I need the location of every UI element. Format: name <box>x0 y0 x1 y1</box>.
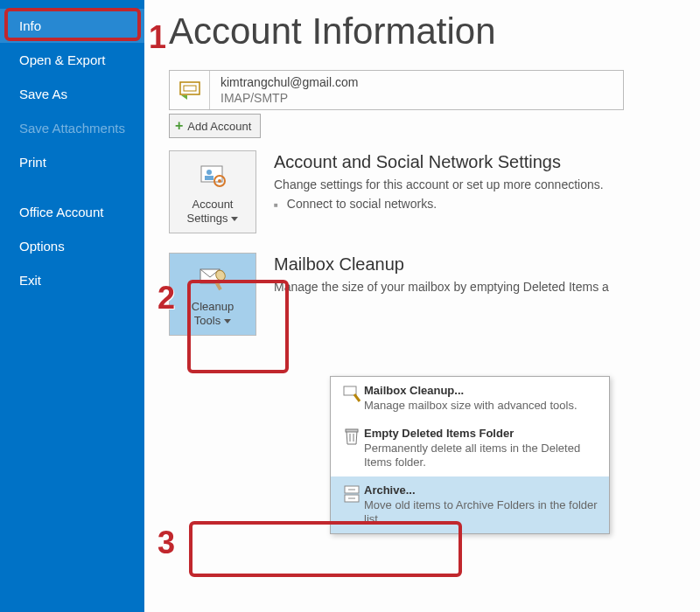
menu-item-desc: Permanently delete all items in the Dele… <box>364 442 600 469</box>
svg-rect-10 <box>344 386 356 395</box>
plus-icon: + <box>175 118 183 134</box>
section-account-settings: Account Settings Account and Social Netw… <box>169 150 700 233</box>
menu-item-desc: Move old items to Archive Folders in the… <box>364 498 600 526</box>
chevron-down-icon <box>231 217 238 221</box>
account-icon <box>170 71 210 109</box>
section-settings-text: Account and Social Network Settings Chan… <box>274 150 604 233</box>
menu-item-title: Empty Deleted Items Folder <box>364 427 600 440</box>
cleanup-tools-button[interactable]: Cleanup Tools <box>169 253 256 336</box>
section-mailbox-cleanup: Cleanup Tools Mailbox Cleanup Manage the… <box>169 253 700 336</box>
account-settings-button[interactable]: Account Settings <box>169 150 256 233</box>
svg-point-3 <box>206 170 212 175</box>
sidebar-item-info[interactable]: Info <box>0 9 144 43</box>
archive-icon <box>340 483 364 526</box>
account-text: kimtrangchul@gmail.com IMAP/SMTP <box>210 71 368 109</box>
sidebar-item-options[interactable]: Options <box>0 229 144 263</box>
menu-item-title: Mailbox Cleanup... <box>364 384 600 397</box>
backstage-sidebar: Info Open & Export Save As Save Attachme… <box>0 0 144 612</box>
section-cleanup-text: Mailbox Cleanup Manage the size of your … <box>274 253 609 336</box>
chevron-down-icon <box>224 319 231 323</box>
sidebar-item-office-account[interactable]: Office Account <box>0 195 144 229</box>
broom-icon <box>340 384 364 413</box>
menu-item-mailbox-cleanup[interactable]: Mailbox Cleanup... Manage mailbox size w… <box>331 377 609 420</box>
page-title: Account Information <box>169 10 700 52</box>
add-account-label: Add Account <box>187 120 251 133</box>
settings-bullet[interactable]: Connect to social networks. <box>274 197 604 211</box>
svg-rect-4 <box>205 176 214 180</box>
account-settings-label: Account Settings <box>187 198 239 226</box>
cleanup-heading: Mailbox Cleanup <box>274 254 609 275</box>
svg-rect-1 <box>184 86 196 91</box>
cleanup-tools-label: Cleanup Tools <box>192 300 234 328</box>
sidebar-item-save-attachments: Save Attachments <box>0 111 144 145</box>
account-settings-icon <box>198 159 228 194</box>
add-account-button[interactable]: + Add Account <box>169 114 261 138</box>
settings-heading: Account and Social Network Settings <box>274 152 604 172</box>
sidebar-item-save-as[interactable]: Save As <box>0 77 144 111</box>
account-selector[interactable]: kimtrangchul@gmail.com IMAP/SMTP <box>169 70 624 110</box>
settings-desc: Change settings for this account or set … <box>274 177 604 191</box>
svg-rect-11 <box>346 429 358 432</box>
sidebar-item-print[interactable]: Print <box>0 145 144 179</box>
trash-icon <box>340 427 364 469</box>
menu-item-desc: Manage mailbox size with advanced tools. <box>364 399 600 413</box>
mailbox-icon <box>178 79 201 101</box>
menu-item-title: Archive... <box>364 483 600 497</box>
main-panel: Account Information kimtrangchul@gmail.c… <box>144 0 700 612</box>
app-root: Info Open & Export Save As Save Attachme… <box>0 0 700 612</box>
sidebar-item-open-export[interactable]: Open & Export <box>0 43 144 77</box>
menu-item-empty-deleted[interactable]: Empty Deleted Items Folder Permanently d… <box>331 420 609 476</box>
account-email: kimtrangchul@gmail.com <box>220 74 358 90</box>
account-protocol: IMAP/SMTP <box>220 90 358 106</box>
sidebar-item-exit[interactable]: Exit <box>0 263 144 297</box>
menu-item-archive[interactable]: Archive... Move old items to Archive Fol… <box>331 476 609 533</box>
cleanup-tools-icon <box>197 261 228 296</box>
cleanup-dropdown-menu: Mailbox Cleanup... Manage mailbox size w… <box>330 376 610 534</box>
svg-point-6 <box>218 179 221 183</box>
cleanup-desc: Manage the size of your mailbox by empty… <box>274 280 609 294</box>
